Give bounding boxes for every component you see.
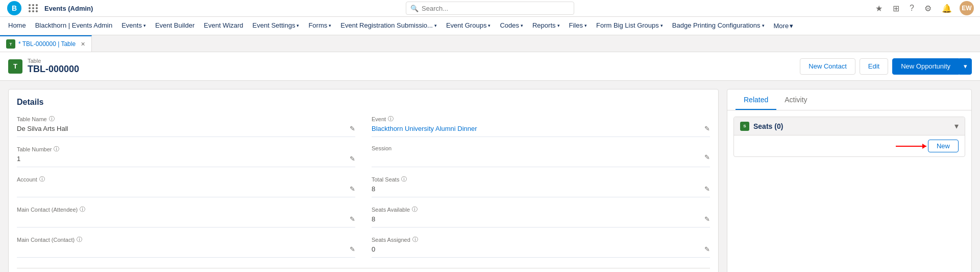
app-name: Events (Admin): [44, 5, 93, 12]
event-reg-dropdown-icon: ▾: [434, 23, 437, 28]
new-opportunity-button[interactable]: New Opportunity: [892, 58, 959, 75]
more-dropdown-icon: ▾: [790, 22, 793, 30]
nav-item-event-registration[interactable]: Event Registration Submissio... ▾: [336, 17, 441, 35]
utility-bar-left: B Events (Admin): [6, 0, 93, 16]
main-contact-contact-field: Main Contact (Contact) ⓘ ✎: [17, 236, 355, 258]
event-edit-icon[interactable]: ✎: [704, 125, 710, 132]
new-contact-button[interactable]: New Contact: [800, 58, 855, 75]
seats-title: S Seats (0): [740, 122, 783, 131]
new-opportunity-group: New Opportunity ▾: [892, 58, 972, 75]
fields-grid: Table Name ⓘ De Silva Arts Hall ✎ Event …: [17, 115, 710, 258]
seats-available-value: 8 ✎: [372, 215, 710, 223]
record-header: T Table TBL-000000 New Contact Edit New …: [0, 52, 980, 81]
nav-item-badge-printing[interactable]: Badge Printing Configurations ▾: [668, 17, 769, 35]
related-panel: Related Activity S Seats (0) ▾ New: [727, 89, 972, 272]
utility-bar-right: ★ ⊞ ? ⚙ 🔔 EW: [873, 1, 974, 15]
total-seats-value: 8 ✎: [372, 185, 710, 193]
events-dropdown-icon: ▾: [143, 23, 146, 28]
nav-item-event-groups[interactable]: Event Groups ▾: [442, 17, 495, 35]
nav-item-reports[interactable]: Reports ▾: [528, 17, 564, 35]
record-name: TBL-000000: [28, 64, 79, 75]
main-contact-contact-info-icon: ⓘ: [77, 236, 82, 243]
favorites-icon[interactable]: ★: [873, 3, 885, 14]
tab-activity[interactable]: Activity: [776, 89, 815, 110]
seats-assigned-edit-icon[interactable]: ✎: [704, 245, 710, 253]
table-name-edit-icon[interactable]: ✎: [350, 125, 355, 132]
record-type-label: Table: [28, 58, 79, 64]
table-name-info-icon: ⓘ: [49, 115, 55, 123]
new-seat-button[interactable]: New: [928, 140, 959, 152]
system-info-section: ▾ System Information: [17, 268, 710, 272]
main-contact-contact-edit-icon[interactable]: ✎: [350, 245, 355, 253]
nav-item-codes[interactable]: Codes ▾: [496, 17, 527, 35]
total-seats-info-icon: ⓘ: [401, 175, 407, 183]
setup-icon[interactable]: ⚙: [922, 3, 934, 14]
nav-item-blackthorn[interactable]: Blackthorn | Events Admin: [31, 17, 117, 35]
main-contact-attendee-info-icon: ⓘ: [80, 206, 85, 213]
seats-assigned-value: 0 ✎: [372, 245, 710, 253]
total-seats-edit-icon[interactable]: ✎: [704, 185, 710, 193]
account-value: ✎: [17, 185, 355, 193]
seats-available-edit-icon[interactable]: ✎: [704, 215, 710, 223]
record-header-info: Table TBL-000000: [28, 58, 79, 75]
event-link[interactable]: Blackthorn University Alumni Dinner: [372, 125, 477, 132]
salesforce-logo-icon: B: [6, 0, 22, 16]
record-header-left: T Table TBL-000000: [8, 58, 79, 75]
nav-item-event-settings[interactable]: Event Settings ▾: [249, 17, 304, 35]
files-dropdown-icon: ▾: [584, 23, 587, 28]
grid-view-icon[interactable]: ⊞: [890, 3, 902, 14]
notifications-icon[interactable]: 🔔: [939, 3, 954, 14]
nav-item-event-builder[interactable]: Event Builder: [151, 17, 199, 35]
main-contact-attendee-value: ✎: [17, 215, 355, 223]
search-box[interactable]: 🔍: [406, 2, 574, 15]
event-field: Event ⓘ Blackthorn University Alumni Din…: [372, 115, 710, 137]
utility-bar: B Events (Admin) 🔍 ★ ⊞ ? ⚙ 🔔 EW: [0, 0, 980, 17]
details-title: Details: [17, 98, 710, 107]
details-panel: Details Table Name ⓘ De Silva Arts Hall …: [8, 89, 719, 272]
account-field: Account ⓘ ✎: [17, 175, 355, 197]
tab-close-icon[interactable]: ✕: [81, 41, 85, 48]
session-edit-icon[interactable]: ✎: [704, 153, 710, 161]
red-arrow-indicator: [896, 146, 926, 147]
record-type-icon: T: [8, 59, 22, 74]
event-value: Blackthorn University Alumni Dinner ✎: [372, 125, 710, 132]
svg-text:B: B: [12, 4, 17, 12]
help-icon[interactable]: ?: [907, 3, 917, 14]
nav-item-form-big-list[interactable]: Form Big List Groups ▾: [592, 17, 667, 35]
nav-item-events[interactable]: Events ▾: [117, 17, 150, 35]
record-header-right: New Contact Edit New Opportunity ▾: [800, 58, 972, 75]
seats-available-field: Seats Available ⓘ 8 ✎: [372, 206, 710, 228]
active-tab[interactable]: T * TBL-000000 | Table ✕: [0, 35, 92, 52]
main-contact-attendee-label: Main Contact (Attendee) ⓘ: [17, 206, 355, 213]
seats-section-expand-icon[interactable]: ▾: [954, 121, 959, 131]
seats-assigned-label: Seats Assigned ⓘ: [372, 236, 710, 243]
main-contact-attendee-edit-icon[interactable]: ✎: [350, 215, 355, 223]
nav-item-forms[interactable]: Forms ▾: [304, 17, 335, 35]
table-number-edit-icon[interactable]: ✎: [350, 155, 355, 163]
nav-bar: Home Blackthorn | Events Admin Events ▾ …: [0, 17, 980, 35]
nav-item-event-wizard[interactable]: Event Wizard: [200, 17, 247, 35]
main-contact-contact-label: Main Contact (Contact) ⓘ: [17, 236, 355, 243]
tab-related[interactable]: Related: [736, 89, 776, 110]
session-value: ✎: [372, 153, 710, 161]
codes-dropdown-icon: ▾: [521, 23, 523, 28]
avatar[interactable]: EW: [960, 1, 974, 15]
search-input[interactable]: [422, 5, 570, 12]
table-number-label: Table Number ⓘ: [17, 145, 355, 153]
new-opportunity-dropdown-icon[interactable]: ▾: [959, 58, 972, 75]
nav-item-home[interactable]: Home: [4, 17, 30, 35]
form-big-list-dropdown-icon: ▾: [660, 23, 663, 28]
table-name-label: Table Name ⓘ: [17, 115, 355, 123]
nav-item-files[interactable]: Files ▾: [565, 17, 591, 35]
event-settings-dropdown-icon: ▾: [297, 23, 299, 28]
related-tabs: Related Activity: [727, 89, 971, 110]
account-edit-icon[interactable]: ✎: [350, 185, 355, 193]
waffle-icon[interactable]: [26, 1, 41, 15]
edit-button[interactable]: Edit: [860, 58, 888, 75]
account-info-icon: ⓘ: [39, 175, 45, 183]
nav-more[interactable]: More ▾: [770, 22, 798, 30]
event-groups-dropdown-icon: ▾: [488, 23, 491, 28]
event-label: Event ⓘ: [372, 115, 710, 123]
session-label: Session: [372, 145, 710, 151]
app-logo[interactable]: B: [6, 0, 22, 16]
